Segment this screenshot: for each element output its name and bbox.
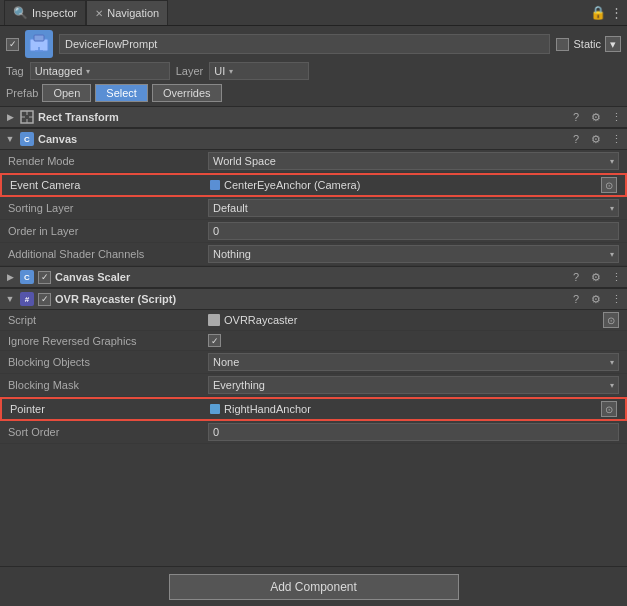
prop-event-camera-value: CenterEyeAnchor (Camera) ⊙	[210, 177, 617, 193]
prop-blocking-mask-value: Everything ▾	[208, 376, 619, 394]
rect-expand-icon[interactable]: ▶	[4, 112, 16, 122]
svg-rect-1	[34, 35, 44, 41]
script-icon	[208, 314, 220, 326]
canvas-scaler-help-icon[interactable]: ?	[569, 270, 583, 284]
canvas-scaler-header[interactable]: ▶ C Canvas Scaler ? ⚙ ⋮	[0, 266, 627, 288]
prop-script: Script OVRRaycaster ⊙	[0, 310, 627, 331]
event-camera-target-button[interactable]: ⊙	[601, 177, 617, 193]
prop-blocking-objects: Blocking Objects None ▾	[0, 351, 627, 374]
prefab-select-button[interactable]: Select	[95, 84, 148, 102]
prop-blocking-objects-value: None ▾	[208, 353, 619, 371]
prop-sort-order-value	[208, 423, 619, 441]
static-checkbox[interactable]	[556, 38, 569, 51]
canvas-scaler-actions: ? ⚙ ⋮	[569, 270, 623, 284]
blocking-mask-arrow: ▾	[610, 381, 614, 390]
rect-help-icon[interactable]: ?	[569, 110, 583, 124]
ovr-header-actions: ? ⚙ ⋮	[569, 292, 623, 306]
tag-arrow-icon: ▾	[86, 67, 90, 76]
rect-icon	[20, 110, 34, 124]
scroll-area[interactable]: ▶ Rect Transform ? ⚙ ⋮ ▼ C Canv	[0, 106, 627, 572]
prop-event-camera: Event Camera CenterEyeAnchor (Camera) ⊙	[0, 173, 627, 197]
ovr-checkbox[interactable]	[38, 293, 51, 306]
blocking-mask-text: Everything	[213, 379, 265, 391]
tag-dropdown[interactable]: Untagged ▾	[30, 62, 170, 80]
ignore-reversed-checkbox[interactable]	[208, 334, 221, 347]
tag-layer-row: Tag Untagged ▾ Layer UI ▾	[6, 62, 621, 80]
sorting-layer-arrow: ▾	[610, 204, 614, 213]
tab-inspector-label: Inspector	[32, 7, 77, 19]
tab-bar: 🔍 Inspector ✕ Navigation 🔒 ⋮	[0, 0, 627, 26]
rect-more-icon[interactable]: ⋮	[609, 110, 623, 124]
render-mode-dropdown[interactable]: World Space ▾	[208, 152, 619, 170]
prefab-label: Prefab	[6, 87, 38, 99]
component-ovr-raycaster: ▼ # OVR Raycaster (Script) ? ⚙ ⋮ Script …	[0, 288, 627, 444]
script-value: OVRRaycaster ⊙	[208, 312, 619, 328]
canvas-header[interactable]: ▼ C Canvas ? ⚙ ⋮	[0, 128, 627, 150]
static-dropdown[interactable]: ▾	[605, 36, 621, 52]
prefab-overrides-button[interactable]: Overrides	[152, 84, 222, 102]
sort-order-input[interactable]	[208, 423, 619, 441]
pointer-target-button[interactable]: ⊙	[601, 401, 617, 417]
prop-sorting-layer-value: Default ▾	[208, 199, 619, 217]
layer-dropdown[interactable]: UI ▾	[209, 62, 309, 80]
script-name: OVRRaycaster	[224, 314, 297, 326]
add-component-button[interactable]: Add Component	[169, 574, 459, 600]
layer-label: Layer	[176, 65, 204, 77]
canvas-help-icon[interactable]: ?	[569, 132, 583, 146]
prop-pointer-value: RightHandAnchor ⊙	[210, 401, 617, 417]
ovr-settings-icon[interactable]: ⚙	[589, 292, 603, 306]
prop-sorting-layer: Sorting Layer Default ▾	[0, 197, 627, 220]
rect-transform-header[interactable]: ▶ Rect Transform ? ⚙ ⋮	[0, 106, 627, 128]
blocking-objects-dropdown[interactable]: None ▾	[208, 353, 619, 371]
ovr-expand-icon[interactable]: ▼	[4, 294, 16, 304]
prop-blocking-mask-label: Blocking Mask	[8, 379, 208, 391]
rect-settings-icon[interactable]: ⚙	[589, 110, 603, 124]
prop-ignore-reversed-label: Ignore Reversed Graphics	[8, 335, 208, 347]
static-label: Static	[573, 38, 601, 50]
header-area: Static ▾ Tag Untagged ▾ Layer UI ▾ Prefa…	[0, 26, 627, 106]
render-mode-arrow: ▾	[610, 157, 614, 166]
rect-transform-title: Rect Transform	[38, 111, 565, 123]
object-name-input[interactable]	[59, 34, 550, 54]
canvas-expand-icon[interactable]: ▼	[4, 134, 16, 144]
prefab-open-button[interactable]: Open	[42, 84, 91, 102]
canvas-scaler-more-icon[interactable]: ⋮	[609, 270, 623, 284]
layer-arrow-icon: ▾	[229, 67, 233, 76]
prop-event-camera-label: Event Camera	[10, 179, 210, 191]
canvas-scaler-expand-icon[interactable]: ▶	[4, 272, 16, 282]
camera-dot-icon	[210, 180, 220, 190]
prop-ignore-reversed-value	[208, 334, 619, 347]
ovr-help-icon[interactable]: ?	[569, 292, 583, 306]
canvas-more-icon[interactable]: ⋮	[609, 132, 623, 146]
canvas-scaler-checkbox[interactable]	[38, 271, 51, 284]
tab-navigation-label: Navigation	[107, 7, 159, 19]
lock-icon[interactable]: 🔒	[590, 5, 606, 20]
ovr-more-icon[interactable]: ⋮	[609, 292, 623, 306]
tab-inspector[interactable]: 🔍 Inspector	[4, 0, 86, 25]
prop-ignore-reversed: Ignore Reversed Graphics	[0, 331, 627, 351]
prop-shader-channels: Additional Shader Channels Nothing ▾	[0, 243, 627, 266]
prop-order-label: Order in Layer	[8, 225, 208, 237]
script-label: Script	[8, 314, 208, 326]
more-icon[interactable]: ⋮	[610, 5, 623, 20]
bottom-area: Add Component	[0, 566, 627, 606]
canvas-scaler-settings-icon[interactable]: ⚙	[589, 270, 603, 284]
order-in-layer-input[interactable]	[208, 222, 619, 240]
shader-channels-dropdown[interactable]: Nothing ▾	[208, 245, 619, 263]
blocking-mask-dropdown[interactable]: Everything ▾	[208, 376, 619, 394]
sorting-layer-dropdown[interactable]: Default ▾	[208, 199, 619, 217]
ovr-raycaster-header[interactable]: ▼ # OVR Raycaster (Script) ? ⚙ ⋮	[0, 288, 627, 310]
prop-render-mode: Render Mode World Space ▾	[0, 150, 627, 173]
object-enabled-checkbox[interactable]	[6, 38, 19, 51]
pointer-text: RightHandAnchor	[224, 403, 311, 415]
canvas-scaler-icon: C	[20, 270, 34, 284]
rect-header-actions: ? ⚙ ⋮	[569, 110, 623, 124]
component-rect-transform: ▶ Rect Transform ? ⚙ ⋮	[0, 106, 627, 128]
object-icon	[25, 30, 53, 58]
layer-value: UI	[214, 65, 225, 77]
script-target-button[interactable]: ⊙	[603, 312, 619, 328]
tab-navigation[interactable]: ✕ Navigation	[86, 0, 168, 25]
canvas-title: Canvas	[38, 133, 565, 145]
canvas-settings-icon[interactable]: ⚙	[589, 132, 603, 146]
close-icon[interactable]: ✕	[95, 8, 103, 19]
